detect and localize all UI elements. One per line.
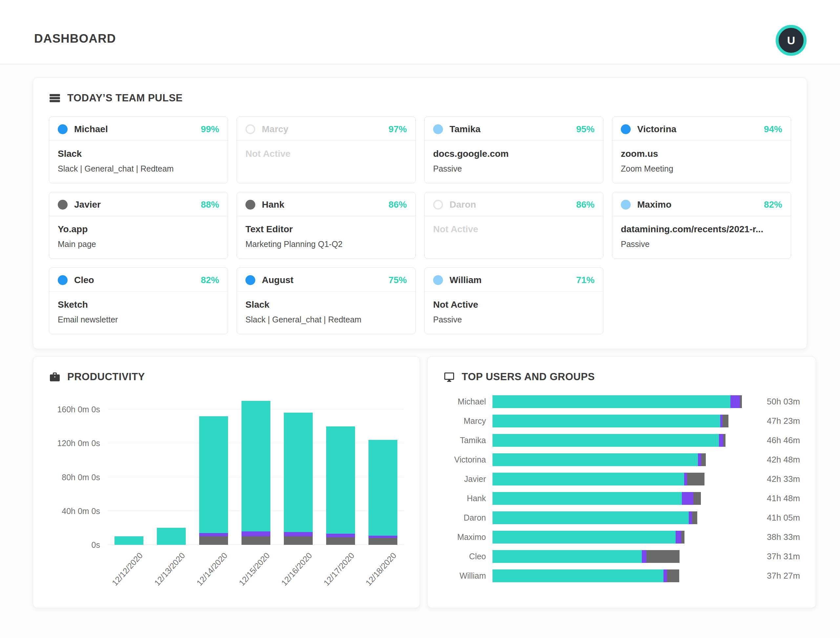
member-activity: Yo.app bbox=[58, 224, 219, 235]
bar-segment-teal bbox=[492, 492, 682, 505]
team-member-card[interactable]: Daron86%Not Active bbox=[424, 192, 603, 259]
charts-row: PRODUCTIVITY 0s40h 0m 0s80h 0m 0s120h 0m… bbox=[33, 356, 807, 608]
x-tick-label: 12/14/2020 bbox=[195, 551, 229, 587]
productivity-bar-slot bbox=[150, 394, 193, 545]
team-member-card[interactable]: William71%Not ActivePassive bbox=[424, 267, 603, 334]
member-activity: Not Active bbox=[433, 300, 595, 310]
bar-segment-gray bbox=[667, 569, 679, 582]
team-pulse-grid: Michael99%SlackSlack | General_chat | Re… bbox=[49, 117, 791, 334]
member-activity-detail: Passive bbox=[433, 164, 595, 174]
user-bar bbox=[492, 434, 726, 447]
productivity-x-axis: 12/12/202012/13/202012/14/202012/15/2020… bbox=[108, 549, 404, 599]
user-bar bbox=[492, 550, 680, 563]
member-score: 82% bbox=[201, 275, 219, 285]
user-bar-track bbox=[492, 550, 767, 563]
member-activity-detail: Passive bbox=[621, 240, 782, 249]
user-time-label: 37h 31m bbox=[767, 551, 800, 562]
member-card-header: August75% bbox=[237, 268, 415, 291]
bar-segment-gray bbox=[701, 453, 706, 466]
team-member-card[interactable]: Javier88%Yo.appMain page bbox=[49, 192, 228, 259]
member-activity-detail: Email newsletter bbox=[58, 315, 219, 324]
app-header: DASHBOARD U bbox=[0, 0, 840, 64]
member-card-body: Not Active bbox=[237, 141, 415, 181]
member-card-body: SlackSlack | General_chat | Redteam bbox=[49, 141, 228, 182]
member-name: August bbox=[262, 275, 293, 285]
user-bar-track bbox=[492, 415, 767, 427]
status-dot bbox=[58, 275, 68, 285]
status-dot bbox=[245, 275, 255, 285]
team-member-card[interactable]: Maximo82%datamining.com/recents/2021-r..… bbox=[612, 192, 791, 259]
x-tick: 12/15/2020 bbox=[235, 549, 277, 599]
bar-segment-purple bbox=[682, 492, 693, 505]
team-member-card[interactable]: Victorina94%zoom.usZoom Meeting bbox=[612, 117, 791, 183]
member-score: 95% bbox=[576, 124, 595, 134]
productivity-bar bbox=[114, 536, 143, 545]
productivity-bar bbox=[199, 416, 228, 545]
x-tick-label: 12/12/2020 bbox=[110, 551, 145, 587]
bar-segment-gray bbox=[723, 415, 728, 427]
bar-segment-purple bbox=[326, 534, 355, 537]
productivity-plot-area: 12/12/202012/13/202012/14/202012/15/2020… bbox=[108, 394, 404, 599]
productivity-bar-slot bbox=[193, 394, 235, 545]
x-tick: 12/12/2020 bbox=[108, 549, 150, 599]
user-time-label: 47h 23m bbox=[767, 416, 800, 426]
user-name-label: Daron bbox=[443, 513, 492, 523]
productivity-chart: 0s40h 0m 0s80h 0m 0s120h 0m 0s160h 0m 0s… bbox=[49, 394, 404, 599]
bar-segment-purple bbox=[642, 550, 646, 563]
user-bar-track bbox=[492, 512, 767, 524]
bar-segment-purple bbox=[684, 473, 687, 485]
productivity-header: PRODUCTIVITY bbox=[49, 371, 404, 383]
member-activity: zoom.us bbox=[621, 148, 782, 159]
user-bar-track bbox=[492, 395, 767, 408]
bar-segment-gray bbox=[687, 473, 704, 485]
bar-segment-gray bbox=[284, 536, 313, 545]
bar-segment-teal bbox=[492, 512, 689, 524]
team-member-card[interactable]: August75%SlackSlack | General_chat | Red… bbox=[237, 267, 416, 334]
user-bar bbox=[492, 415, 728, 427]
top-user-row: Marcy47h 23m bbox=[443, 411, 800, 431]
top-user-row: Cleo37h 31m bbox=[443, 547, 800, 566]
member-card-header: Marcy97% bbox=[237, 117, 415, 141]
member-score: 82% bbox=[764, 199, 782, 210]
user-name-label: Marcy bbox=[443, 416, 492, 426]
user-bar-track bbox=[492, 473, 767, 485]
user-name-label: Hank bbox=[443, 494, 492, 503]
member-activity-detail: Marketing Planning Q1-Q2 bbox=[245, 240, 407, 249]
user-time-label: 37h 27m bbox=[767, 571, 800, 581]
productivity-y-axis: 0s40h 0m 0s80h 0m 0s120h 0m 0s160h 0m 0s bbox=[49, 394, 108, 545]
user-time-label: 41h 05m bbox=[767, 513, 800, 523]
member-activity-detail: Zoom Meeting bbox=[621, 164, 782, 174]
status-dot bbox=[433, 124, 443, 134]
monitor-icon bbox=[443, 371, 455, 383]
bar-segment-purple bbox=[369, 536, 397, 538]
bar-segment-gray bbox=[646, 550, 680, 563]
content: TODAY’S TEAM PULSE Michael99%SlackSlack … bbox=[0, 64, 840, 608]
avatar[interactable]: U bbox=[776, 25, 807, 56]
team-member-card[interactable]: Hank86%Text EditorMarketing Planning Q1-… bbox=[237, 192, 416, 259]
bar-segment-purple bbox=[242, 531, 271, 536]
user-bar-track bbox=[492, 569, 767, 582]
team-member-card[interactable]: Cleo82%SketchEmail newsletter bbox=[49, 267, 228, 334]
member-card-body: Text EditorMarketing Planning Q1-Q2 bbox=[237, 216, 415, 257]
bar-segment-gray bbox=[326, 537, 355, 545]
bar-segment-purple bbox=[675, 531, 681, 543]
bar-segment-purple bbox=[698, 453, 701, 466]
user-bar bbox=[492, 531, 685, 543]
team-member-card[interactable]: Marcy97%Not Active bbox=[237, 117, 416, 183]
top-users-title: TOP USERS AND GROUPS bbox=[462, 371, 595, 383]
bar-segment-gray bbox=[693, 492, 701, 505]
user-time-label: 38h 33m bbox=[767, 532, 800, 542]
member-name: Cleo bbox=[74, 275, 94, 285]
member-name: Tamika bbox=[449, 124, 480, 134]
member-card-header: Hank86% bbox=[237, 192, 415, 216]
bar-segment-purple bbox=[663, 569, 667, 582]
user-bar bbox=[492, 492, 701, 505]
member-activity: datamining.com/recents/2021-r... bbox=[621, 224, 782, 235]
user-name-label: William bbox=[443, 571, 492, 581]
status-dot bbox=[433, 200, 443, 210]
team-member-card[interactable]: Tamika95%docs.google.comPassive bbox=[424, 117, 603, 183]
bar-segment-teal bbox=[492, 453, 698, 466]
member-name: Hank bbox=[262, 199, 284, 210]
productivity-bar-slot bbox=[235, 394, 277, 545]
team-member-card[interactable]: Michael99%SlackSlack | General_chat | Re… bbox=[49, 117, 228, 183]
